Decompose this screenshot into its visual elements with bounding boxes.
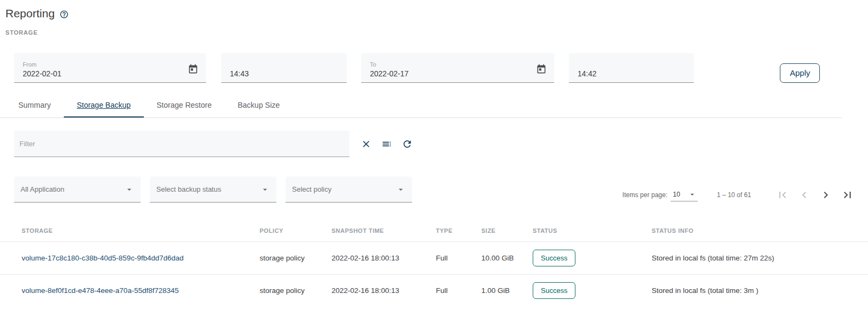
- page-range-label: 1 – 10 of 61: [717, 191, 751, 199]
- application-select-value: All Application: [21, 185, 64, 193]
- size-cell: 1.00 GiB: [481, 275, 533, 307]
- filter-input[interactable]: [19, 140, 344, 148]
- column-header-policy: POLICY: [260, 217, 332, 242]
- type-cell: Full: [436, 275, 481, 307]
- items-per-page-value: 10: [673, 191, 680, 198]
- storage-volume-link[interactable]: volume-17c8c180-c38b-40d5-859c-9fb4dd7d6…: [22, 254, 183, 262]
- paginator: Items per page: 10 1 – 10 of 61: [622, 188, 854, 203]
- chevron-down-icon: [260, 185, 270, 194]
- tabs-divider: [0, 118, 842, 118]
- snapshot-time-cell: 2022-02-16 18:00:13: [332, 275, 436, 307]
- items-per-page-select[interactable]: 10: [671, 189, 697, 201]
- reporting-page: Reporting STORAGE From To Apply: [0, 0, 868, 326]
- calendar-icon[interactable]: [536, 64, 547, 75]
- policy-cell: storage policy: [260, 275, 332, 307]
- tab-storage-restore[interactable]: Storage Restore: [144, 92, 225, 118]
- column-header-storage: STORAGE: [0, 217, 260, 242]
- type-cell: Full: [436, 242, 481, 275]
- from-date-label: From: [23, 61, 182, 68]
- items-per-page-label: Items per page:: [622, 191, 667, 199]
- refresh-icon[interactable]: [402, 139, 413, 149]
- backup-status-select-value: Select backup status: [156, 185, 221, 193]
- column-header-size: SIZE: [481, 217, 533, 242]
- previous-page-icon[interactable]: [798, 188, 811, 201]
- apply-button[interactable]: Apply: [780, 63, 820, 83]
- controls-row: All Application Select backup status Sel…: [14, 177, 854, 203]
- table-row: volume-17c8c180-c38b-40d5-859c-9fb4dd7d6…: [0, 242, 868, 275]
- column-header-snapshot-time: SNAPSHOT TIME: [332, 217, 436, 242]
- tab-summary[interactable]: Summary: [5, 92, 64, 118]
- tab-backup-size[interactable]: Backup Size: [224, 92, 293, 118]
- status-badge: Success: [533, 282, 575, 299]
- help-icon[interactable]: [59, 10, 69, 19]
- filter-input-wrap[interactable]: [14, 131, 349, 157]
- policy-select[interactable]: Select policy: [286, 177, 412, 203]
- backup-results-table: STORAGE POLICY SNAPSHOT TIME TYPE SIZE S…: [0, 217, 868, 307]
- status-badge: Success: [533, 250, 575, 266]
- chevron-down-icon: [124, 185, 134, 194]
- policy-select-value: Select policy: [292, 185, 332, 193]
- paginator-nav: [767, 188, 854, 201]
- snapshot-time-cell: 2022-02-16 18:00:13: [332, 242, 436, 275]
- table-row: volume-8ef0f1cd-e478-4eee-a70a-55df8f728…: [0, 275, 868, 307]
- table-header-row: STORAGE POLICY SNAPSHOT TIME TYPE SIZE S…: [0, 217, 868, 242]
- clear-filter-icon[interactable]: [361, 139, 372, 149]
- column-header-status: STATUS: [533, 217, 652, 242]
- filter-row: [14, 131, 868, 157]
- page-title: Reporting: [5, 7, 55, 20]
- column-header-type: TYPE: [436, 217, 481, 242]
- to-time-field[interactable]: [569, 53, 694, 83]
- to-date-field[interactable]: To: [361, 53, 554, 83]
- section-label-storage: STORAGE: [5, 29, 868, 36]
- report-tabs: Summary Storage Backup Storage Restore B…: [5, 92, 868, 118]
- from-date-input[interactable]: [23, 69, 182, 78]
- from-time-field[interactable]: [221, 53, 347, 83]
- first-page-icon[interactable]: [776, 188, 789, 201]
- status-info-cell: Stored in local fs (total time: 3m ): [652, 275, 868, 307]
- from-date-field[interactable]: From: [14, 53, 206, 83]
- to-date-input[interactable]: [370, 69, 531, 78]
- column-header-status-info: STATUS INFO: [652, 217, 868, 242]
- filter-list-icon[interactable]: [381, 139, 392, 149]
- next-page-icon[interactable]: [819, 188, 832, 201]
- application-select[interactable]: All Application: [14, 177, 141, 203]
- policy-cell: storage policy: [260, 242, 332, 275]
- date-filter-row: From To Apply: [14, 53, 854, 83]
- chevron-down-icon: [688, 190, 697, 199]
- to-date-label: To: [370, 61, 531, 68]
- calendar-icon[interactable]: [188, 64, 198, 75]
- status-info-cell: Stored in local fs (total time: 27m 22s): [652, 242, 868, 275]
- to-time-input[interactable]: [578, 69, 687, 78]
- storage-volume-link[interactable]: volume-8ef0f1cd-e478-4eee-a70a-55df8f728…: [22, 286, 178, 295]
- from-time-input[interactable]: [230, 69, 340, 78]
- tab-storage-backup[interactable]: Storage Backup: [64, 92, 144, 118]
- chevron-down-icon: [396, 185, 406, 194]
- page-header: Reporting: [0, 0, 868, 20]
- backup-status-select[interactable]: Select backup status: [150, 177, 276, 203]
- last-page-icon[interactable]: [841, 188, 854, 201]
- size-cell: 10.00 GiB: [481, 242, 533, 275]
